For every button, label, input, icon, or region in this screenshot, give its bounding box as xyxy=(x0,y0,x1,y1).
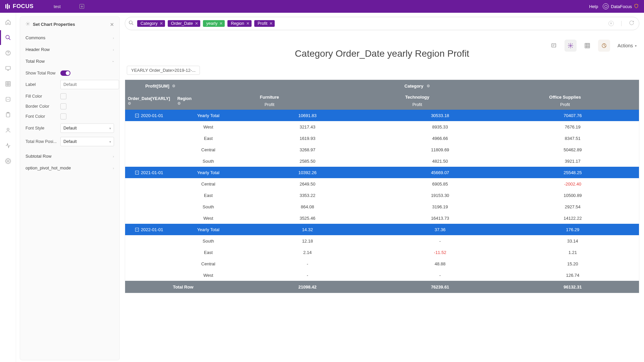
close-icon[interactable]: ✕ xyxy=(110,22,114,27)
chip-remove-icon[interactable]: ✕ xyxy=(246,21,250,26)
gear-icon[interactable]: ⚙ xyxy=(177,101,181,105)
nav-home-icon[interactable] xyxy=(5,19,11,25)
table-row[interactable]: Central -48.8815.20 xyxy=(125,258,639,269)
user-menu[interactable]: DataFocus xyxy=(603,3,639,9)
font-style-select[interactable]: Default ▾ xyxy=(60,123,114,133)
gear-icon[interactable]: ⚙ xyxy=(128,101,131,105)
chip-remove-icon[interactable]: ✕ xyxy=(269,21,273,26)
yearly-total-row[interactable]: −2020-01-01 Yearly Total 10691.8330533.1… xyxy=(125,110,639,121)
show-total-row-toggle[interactable] xyxy=(60,70,70,76)
section-total-row[interactable]: Total Row › xyxy=(20,55,119,67)
chevron-down-icon: › xyxy=(111,61,115,62)
font-color-label: Font Color xyxy=(25,114,60,119)
gear-icon[interactable]: ⚙ xyxy=(427,84,430,88)
svg-point-12 xyxy=(7,160,9,162)
brand-icon xyxy=(5,4,11,9)
svg-point-16 xyxy=(570,45,572,47)
query-chip-profit[interactable]: Profit✕ xyxy=(254,20,275,27)
filter-chip[interactable]: YEARLY Order_Date>2019-12-... xyxy=(127,66,200,75)
table-row[interactable]: East 1619.934966.668347.51 xyxy=(125,133,639,144)
query-bar[interactable]: Category✕ Order_Date✕ yearly✕ Region✕ Pr… xyxy=(125,17,639,30)
border-color-swatch[interactable] xyxy=(60,103,66,109)
shield-icon xyxy=(634,4,639,9)
nav-activity-icon[interactable] xyxy=(5,142,11,149)
nav-clipboard-icon[interactable] xyxy=(5,111,11,118)
table-row[interactable]: West --126.74 xyxy=(125,269,639,281)
section-pivot-mode[interactable]: option_pivot_hot_mode › xyxy=(20,162,119,174)
svg-rect-15 xyxy=(552,44,556,47)
fill-color-label: Fill Color xyxy=(25,94,60,99)
table-row[interactable]: West 3217.438935.337676.19 xyxy=(125,121,639,133)
nav-rail xyxy=(0,13,16,362)
query-chip-yearly[interactable]: yearly✕ xyxy=(203,20,225,27)
chevron-down-icon: ▾ xyxy=(109,140,111,144)
svg-rect-2 xyxy=(9,5,10,8)
nav-present-icon[interactable] xyxy=(5,65,11,72)
chip-remove-icon[interactable]: ✕ xyxy=(160,21,163,26)
clear-query-icon[interactable]: ✕ xyxy=(608,21,614,26)
add-tab-button[interactable]: + xyxy=(79,4,84,9)
nav-help-icon[interactable] xyxy=(5,50,11,56)
chip-remove-icon[interactable]: ✕ xyxy=(195,21,198,26)
chip-remove-icon[interactable]: ✕ xyxy=(219,21,223,26)
query-chip-order-date[interactable]: Order_Date✕ xyxy=(168,20,200,27)
font-color-swatch[interactable] xyxy=(60,113,66,119)
query-chip-category[interactable]: Category✕ xyxy=(137,20,165,27)
brand-logo: FOCUS xyxy=(5,3,34,10)
yearly-total-row[interactable]: −2021-01-01 Yearly Total 10392.2645669.0… xyxy=(125,167,639,178)
separator xyxy=(621,21,622,26)
table-row[interactable]: Central 3268.9711809.6950462.89 xyxy=(125,144,639,155)
table-header-sub: Order_Date[YEARLY] ⚙ Region ⚙ FurnitureP… xyxy=(125,92,639,110)
svg-rect-0 xyxy=(5,4,6,8)
collapse-icon[interactable]: − xyxy=(135,171,139,174)
label-field-label: Label xyxy=(25,82,60,87)
total-row-position-select[interactable]: Default ▾ xyxy=(60,137,114,146)
session-tab[interactable]: test xyxy=(54,4,61,9)
show-total-row-label: Show Total Row xyxy=(25,71,60,75)
panel-title: Set Chart Properties xyxy=(33,22,75,27)
table-row[interactable]: Central 2649.506905.85-2002.40 xyxy=(125,178,639,190)
total-row-body: Show Total Row Label Fill Color Border C… xyxy=(20,67,119,150)
table-row[interactable]: South 2585.504821.503921.17 xyxy=(125,155,639,167)
tool-pin-icon[interactable] xyxy=(548,40,560,52)
table-row[interactable]: West 3525.4616413.7314122.22 xyxy=(125,212,639,224)
brand-label: FOCUS xyxy=(13,3,34,10)
chevron-down-icon: ▾ xyxy=(109,126,111,130)
section-commons[interactable]: Commons › xyxy=(20,32,119,44)
gear-icon xyxy=(25,21,30,27)
table-row[interactable]: South 12.18-33.14 xyxy=(125,235,639,247)
yearly-total-row[interactable]: −2022-01-01 Yearly Total 14.3237.36176.2… xyxy=(125,224,639,235)
nav-grid-icon[interactable] xyxy=(5,81,11,87)
tool-table-icon[interactable] xyxy=(581,40,593,52)
refresh-icon[interactable] xyxy=(629,20,634,27)
table-row[interactable]: East 2.14-11.521.21 xyxy=(125,247,639,258)
query-chip-region[interactable]: Region✕ xyxy=(227,20,252,27)
chevron-down-icon: ▾ xyxy=(635,44,637,48)
main-area: Category✕ Order_Date✕ yearly✕ Region✕ Pr… xyxy=(125,17,639,360)
collapse-icon[interactable]: − xyxy=(135,228,139,231)
help-link[interactable]: Help xyxy=(589,4,598,9)
nav-box-icon[interactable] xyxy=(5,96,11,103)
svg-rect-7 xyxy=(6,82,10,86)
total-row-position-label: Total Row Posi... xyxy=(25,139,60,144)
section-header-row[interactable]: Header Row › xyxy=(20,44,119,55)
tool-settings-icon[interactable] xyxy=(565,40,577,52)
top-bar: FOCUS test + Help DataFocus xyxy=(0,0,644,13)
chevron-right-icon: › xyxy=(113,36,114,40)
label-input[interactable] xyxy=(60,80,119,89)
svg-rect-6 xyxy=(6,66,10,69)
nav-user-icon[interactable] xyxy=(5,127,11,134)
nav-settings-icon[interactable] xyxy=(5,158,11,164)
fill-color-swatch[interactable] xyxy=(60,93,66,99)
nav-search-icon[interactable] xyxy=(5,34,11,41)
actions-menu[interactable]: Actions ▾ xyxy=(615,43,639,48)
section-subtotal-row[interactable]: Subtotal Row › xyxy=(20,150,119,162)
tool-chart-type-icon[interactable] xyxy=(598,40,610,52)
svg-rect-1 xyxy=(7,4,8,9)
gear-icon[interactable]: ⚙ xyxy=(172,84,175,88)
table-row[interactable]: South 864.083196.192927.54 xyxy=(125,201,639,212)
search-icon xyxy=(128,20,134,27)
chevron-right-icon: › xyxy=(113,154,114,158)
collapse-icon[interactable]: − xyxy=(135,114,139,117)
table-row[interactable]: East 3353.2219153.3010500.89 xyxy=(125,190,639,201)
